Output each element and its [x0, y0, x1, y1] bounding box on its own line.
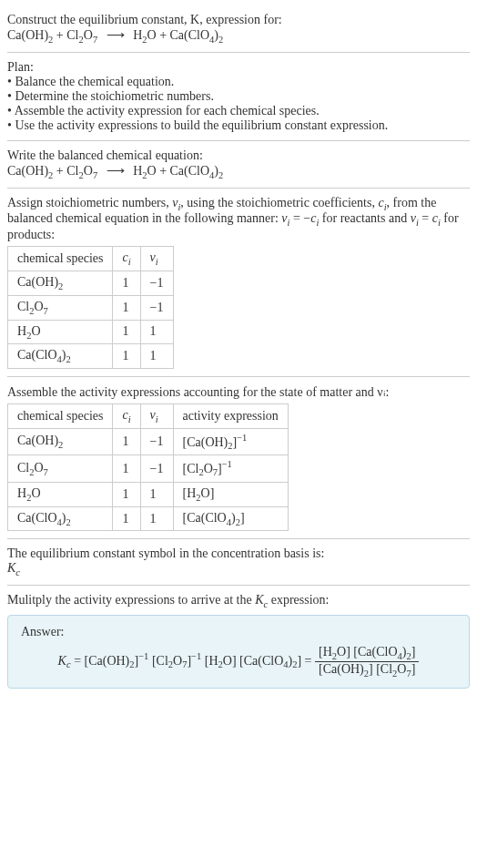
denominator: [Ca(OH)2] [Cl2O7] [315, 662, 419, 679]
table-cell: −1 [140, 428, 173, 454]
table-cell: Ca(ClO4)2 [8, 344, 113, 369]
table-header: νi [140, 404, 173, 429]
table-header: νi [140, 247, 173, 271]
table-cell: −1 [140, 271, 173, 295]
table-cell: 1 [113, 295, 140, 320]
table-cell: 1 [113, 344, 140, 369]
stoich-table: chemical species ci νi Ca(OH)2 1 −1 Cl2O… [7, 246, 174, 369]
reaction-arrow-icon: ⟶ [107, 164, 125, 178]
table-cell: 1 [140, 320, 173, 344]
table-cell: Ca(OH)2 [8, 271, 113, 295]
activity-section: Assemble the activity expressions accoun… [7, 379, 470, 536]
stoich-text: Assign stoichiometric numbers, νi, using… [7, 196, 470, 243]
divider [7, 52, 470, 53]
table-header-row: chemical species ci νi [8, 247, 174, 271]
table-row: Ca(ClO4)2 1 1 [8, 344, 174, 369]
reaction-arrow-icon: ⟶ [107, 28, 125, 42]
table-header: activity expression [173, 404, 288, 429]
table-header: ci [113, 404, 140, 429]
table-row: Ca(OH)2 1 −1 [8, 271, 174, 295]
intro-section: Construct the equilibrium constant, K, e… [7, 7, 470, 50]
balanced-section: Write the balanced chemical equation: Ca… [7, 143, 470, 186]
table-row: H2O 1 1 [8, 320, 174, 344]
numerator: [H2O] [Ca(ClO4)2] [315, 645, 419, 662]
table-cell: 1 [113, 506, 140, 531]
table-cell: Cl2O7 [8, 295, 113, 320]
table-cell: −1 [140, 295, 173, 320]
plan-section: Plan: Balance the chemical equation. Det… [7, 55, 470, 138]
answer-box: Answer: Kc = [Ca(OH)2]−1 [Cl2O7]−1 [H2O]… [7, 615, 470, 689]
table-row: Cl2O7 1 −1 [8, 295, 174, 320]
table-cell: [H2O] [173, 482, 288, 506]
divider [7, 538, 470, 539]
eq-symbol-text: The equilibrium constant symbol in the c… [7, 546, 470, 561]
eq-symbol: Kc [7, 561, 470, 577]
table-header: ci [113, 247, 140, 271]
table-cell: [Cl2O7]−1 [173, 455, 288, 482]
table-cell: Ca(OH)2 [8, 428, 113, 454]
table-cell: H2O [8, 482, 113, 506]
table-cell: [Ca(ClO4)2] [173, 506, 288, 531]
table-cell: 1 [113, 482, 140, 506]
table-header: chemical species [8, 247, 113, 271]
plan-item: Determine the stoichiometric numbers. [7, 89, 470, 104]
plan-item: Assemble the activity expression for eac… [7, 104, 470, 118]
table-cell: 1 [140, 482, 173, 506]
table-cell: 1 [113, 428, 140, 454]
answer-label: Answer: [21, 625, 456, 639]
table-row: Cl2O7 1 −1 [Cl2O7]−1 [8, 455, 289, 482]
table-cell: −1 [140, 455, 173, 482]
table-header-row: chemical species ci νi activity expressi… [8, 404, 289, 429]
answer-expression: Kc = [Ca(OH)2]−1 [Cl2O7]−1 [H2O] [Ca(ClO… [21, 645, 456, 679]
divider [7, 140, 470, 141]
intro-line: Construct the equilibrium constant, K, e… [7, 13, 470, 27]
balanced-equation: Ca(OH)2 + Cl2O7 ⟶ H2O + Ca(ClO4)2 [7, 163, 470, 180]
table-cell: Ca(ClO4)2 [8, 506, 113, 531]
table-row: H2O 1 1 [H2O] [8, 482, 289, 506]
table-cell: 1 [113, 455, 140, 482]
multiply-text: Mulitply the activity expressions to arr… [7, 593, 470, 609]
table-cell: [Ca(OH)2]−1 [173, 428, 288, 454]
plan-list: Balance the chemical equation. Determine… [7, 75, 470, 133]
table-row: Ca(ClO4)2 1 1 [Ca(ClO4)2] [8, 506, 289, 531]
stoich-section: Assign stoichiometric numbers, νi, using… [7, 190, 470, 375]
table-cell: H2O [8, 320, 113, 344]
table-cell: Cl2O7 [8, 455, 113, 482]
multiply-section: Mulitply the activity expressions to arr… [7, 587, 470, 693]
intro-text: Construct the equilibrium constant, K, e… [7, 13, 282, 26]
plan-title: Plan: [7, 60, 470, 75]
activity-text: Assemble the activity expressions accoun… [7, 384, 470, 400]
eq-symbol-section: The equilibrium constant symbol in the c… [7, 541, 470, 583]
intro-equation: Ca(OH)2 + Cl2O7 ⟶ H2O + Ca(ClO4)2 [7, 27, 470, 45]
table-header: chemical species [8, 404, 113, 429]
fraction: [H2O] [Ca(ClO4)2] [Ca(OH)2] [Cl2O7] [315, 645, 419, 679]
divider [7, 376, 470, 377]
plan-item: Balance the chemical equation. [7, 75, 470, 89]
plan-item: Use the activity expressions to build th… [7, 118, 470, 133]
divider [7, 188, 470, 189]
divider [7, 585, 470, 586]
table-cell: 1 [113, 320, 140, 344]
table-row: Ca(OH)2 1 −1 [Ca(OH)2]−1 [8, 428, 289, 454]
activity-table: chemical species ci νi activity expressi… [7, 403, 289, 531]
table-cell: 1 [140, 344, 173, 369]
balanced-title: Write the balanced chemical equation: [7, 148, 470, 163]
table-cell: 1 [113, 271, 140, 295]
table-cell: 1 [140, 506, 173, 531]
